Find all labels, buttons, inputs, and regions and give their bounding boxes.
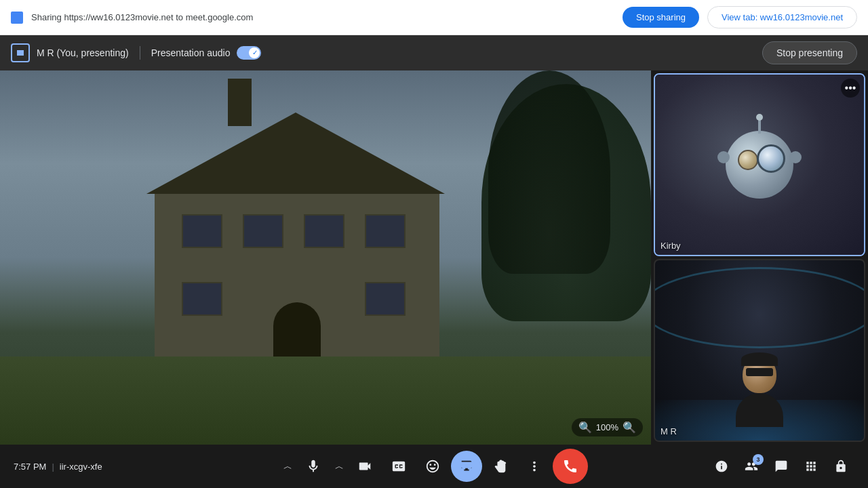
window-4 (365, 214, 406, 248)
window-2 (243, 214, 283, 248)
chat-icon (774, 460, 788, 473)
house-roof (146, 113, 445, 194)
robot-ear-left (717, 151, 730, 163)
captions-button[interactable] (383, 451, 414, 482)
raise-hand-icon (493, 459, 508, 474)
robot-ear-right (789, 151, 802, 163)
present-icon-inner (17, 50, 24, 56)
controls-center: ︿ ︿ (280, 449, 588, 484)
camera-expand-button[interactable]: ︿ (332, 451, 347, 482)
scene (0, 70, 651, 445)
emoji-button[interactable] (417, 451, 448, 482)
participant-tile-kirby: ••• Kirby (654, 73, 865, 256)
main-area: 🔍 100% 🔍 ••• Kirby (0, 70, 868, 445)
robot-head (726, 131, 793, 199)
zoom-controls: 🔍 100% 🔍 (572, 418, 643, 436)
time-meeting-info: 7:57 PM | iir-xcgv-xfe (14, 462, 102, 472)
toggle-check-icon: ✓ (252, 49, 258, 56)
sharing-bar: Sharing https://ww16.0123movie.net to me… (0, 0, 868, 35)
emoji-icon (425, 459, 440, 474)
zoom-level: 100% (596, 422, 618, 432)
lock-icon (834, 460, 848, 473)
kirby-more-button[interactable]: ••• (841, 79, 860, 98)
video-content (0, 70, 651, 445)
present-screen-icon (459, 459, 474, 474)
mr-body (736, 393, 783, 427)
mr-sunglasses (746, 368, 773, 376)
mr-name-label: M R (660, 426, 677, 436)
mr-video-bg (655, 260, 864, 441)
window-1 (182, 214, 222, 248)
stop-sharing-button[interactable]: Stop sharing (623, 7, 699, 28)
audio-label: Presentation audio (151, 47, 231, 58)
cockpit-arc (655, 267, 864, 348)
present-button[interactable] (451, 451, 482, 482)
camera-icon (357, 459, 372, 474)
present-icon (11, 43, 30, 62)
kirby-video-bg (655, 75, 864, 255)
meeting-code: iir-xcgv-xfe (60, 462, 102, 472)
end-call-icon (562, 458, 578, 474)
chevron-up-icon: ︿ (283, 460, 292, 472)
door (273, 302, 321, 363)
sharing-text: Sharing https://ww16.0123movie.net to me… (31, 12, 614, 22)
participant-tile-mr: M R (654, 259, 865, 442)
bottom-bar: 7:57 PM | iir-xcgv-xfe ︿ ︿ (0, 445, 868, 488)
activities-button[interactable] (797, 453, 825, 480)
house-body (155, 194, 439, 363)
mic-button[interactable] (298, 451, 329, 482)
robot-eye-left (738, 150, 758, 170)
zoom-in-icon[interactable]: 🔍 (623, 421, 636, 434)
divider (140, 46, 140, 60)
stop-presenting-button[interactable]: Stop presenting (762, 41, 857, 64)
lock-button[interactable] (827, 453, 854, 480)
info-icon (715, 460, 728, 473)
raise-hand-button[interactable] (485, 451, 516, 482)
mr-person (736, 356, 783, 427)
more-options-button[interactable] (519, 451, 550, 482)
kirby-name-label: Kirby (660, 241, 681, 251)
participants-badge: 3 (753, 454, 764, 465)
activities-icon (804, 460, 818, 473)
time-divider: | (52, 462, 54, 472)
presenter-name: M R (You, presenting) (37, 47, 129, 58)
mr-hair (741, 352, 778, 366)
robot-eye-right (757, 144, 785, 173)
controls-right: 3 (708, 453, 854, 480)
mr-head (743, 356, 776, 393)
window-6 (365, 282, 406, 316)
robot-antenna (758, 117, 761, 134)
more-vert-icon (527, 459, 542, 474)
mic-expand-button[interactable]: ︿ (280, 451, 295, 482)
end-call-button[interactable] (553, 449, 588, 484)
view-tab-button[interactable]: View tab: ww16.0123movie.net (707, 6, 857, 28)
chat-button[interactable] (768, 453, 795, 480)
time-display: 7:57 PM (14, 462, 46, 472)
captions-icon (391, 459, 406, 474)
side-panel: ••• Kirby M R (651, 70, 868, 445)
presenting-bar: M R (You, presenting) Presentation audio… (0, 35, 868, 70)
window-5 (182, 282, 222, 316)
mic-icon (306, 459, 321, 474)
main-video-area: 🔍 100% 🔍 (0, 70, 651, 445)
camera-button[interactable] (349, 451, 380, 482)
zoom-out-icon[interactable]: 🔍 (578, 421, 592, 434)
info-button[interactable] (708, 453, 735, 480)
presentation-audio-toggle[interactable]: ✓ (237, 46, 261, 60)
ground (0, 357, 651, 445)
chrome-favicon (11, 12, 23, 24)
people-button[interactable]: 3 (738, 453, 765, 480)
window-3 (304, 214, 344, 248)
chevron-up-2-icon: ︿ (335, 460, 344, 472)
trees-right2 (488, 70, 610, 274)
